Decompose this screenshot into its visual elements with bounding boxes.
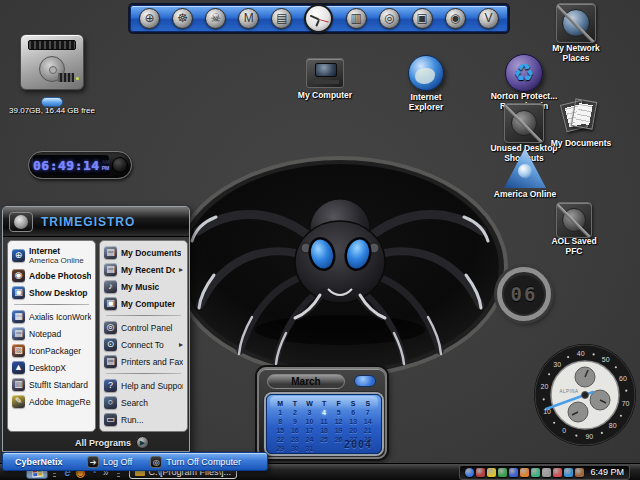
hand-icon[interactable]: V: [478, 8, 499, 29]
menu-item-my-computer[interactable]: ▣My Computer: [102, 295, 185, 312]
tray-icon-8[interactable]: [542, 468, 551, 477]
menu-item-search[interactable]: ○Search: [102, 394, 185, 411]
cd-icon[interactable]: ◉: [445, 8, 466, 29]
menu-item-text: IconPackager: [29, 346, 81, 356]
menu-item-iconpackager[interactable]: ▧IconPackager: [10, 342, 93, 359]
calendar-day[interactable]: 22: [273, 435, 288, 444]
menu-item-my-recent-docume[interactable]: ▤My Recent Docume...▸: [102, 261, 185, 278]
menu-item-adobe-photoshop-7-0[interactable]: ◉Adobe Photoshop 7.0: [10, 267, 93, 284]
folder-icon[interactable]: ▤: [271, 8, 292, 29]
menu-item-show-desktop[interactable]: ▣Show Desktop: [10, 284, 93, 301]
help-icon: ?: [104, 379, 117, 392]
turn-off-computer-button[interactable]: ◎ Turn Off Computer: [150, 456, 241, 468]
calendar-day[interactable]: 15: [273, 426, 288, 435]
tray-icon-1[interactable]: [465, 468, 474, 477]
calendar-day[interactable]: 17: [302, 426, 317, 435]
calendar-day[interactable]: 3: [302, 408, 317, 417]
tray-icon-11[interactable]: [575, 468, 584, 477]
tray-icon-9[interactable]: [553, 468, 562, 477]
calendar-day[interactable]: 19: [331, 426, 346, 435]
calendar-day[interactable]: 4: [317, 408, 332, 417]
desktop[interactable]: ⊕☸☠M▤▥◎▣◉V 39.07GB, 16.44 GB free My Com…: [0, 0, 640, 480]
calendar-day[interactable]: 2: [288, 408, 303, 417]
calendar-day[interactable]: 9: [288, 417, 303, 426]
desktopx-icon: ▲: [12, 361, 25, 374]
menu-item-text: Axialis IconWorkshop 5.0: [29, 312, 91, 322]
my-computer-icon: ▣: [104, 297, 117, 310]
tray-icon-4[interactable]: [498, 468, 507, 477]
tray-clock[interactable]: 6:49 PM: [590, 467, 624, 477]
calendar-day[interactable]: 12: [331, 417, 346, 426]
tray-icon-5[interactable]: [509, 468, 518, 477]
menu-item-internet[interactable]: ⊕InternetAmerica Online: [10, 244, 93, 267]
calendar-led[interactable]: [354, 375, 376, 387]
calendar-day[interactable]: 1: [273, 408, 288, 417]
menu-item-printers-and-faxes[interactable]: ▤Printers and Faxes: [102, 353, 185, 370]
menu-item-adobe-imageready-cs[interactable]: ✎Adobe ImageReady CS: [10, 393, 93, 410]
calendar-day[interactable]: 23: [288, 435, 303, 444]
menu-item-axialis-iconworkshop-5-0[interactable]: ▦Axialis IconWorkshop 5.0: [10, 308, 93, 325]
m-logo-icon[interactable]: M: [238, 8, 259, 29]
gears-icon[interactable]: ☸: [172, 8, 193, 29]
calendar-day[interactable]: 5: [331, 408, 346, 417]
calendar-widget[interactable]: March MTWTFSS123456789101112131415161718…: [257, 367, 387, 459]
menu-item-desktopx[interactable]: ▲DesktopX: [10, 359, 93, 376]
menu-item-label: Show Desktop: [29, 288, 88, 298]
globe-icon[interactable]: ⊕: [139, 8, 160, 29]
calendar-day[interactable]: 25: [317, 435, 332, 444]
menu-item-stuffit-standard[interactable]: ▥StuffIt Standard: [10, 376, 93, 393]
calendar-day[interactable]: 20: [346, 426, 361, 435]
menu-item-run[interactable]: ▭Run...: [102, 411, 185, 428]
calendar-day[interactable]: 24: [302, 435, 317, 444]
calendar-day[interactable]: 21: [360, 426, 375, 435]
globe-landmass: [415, 68, 435, 84]
menu-item-label: My Music: [121, 282, 159, 292]
tray-icon-7[interactable]: [531, 468, 540, 477]
calendar-day[interactable]: 11: [317, 417, 332, 426]
dock: ⊕☸☠M▤▥◎▣◉V: [130, 5, 508, 32]
digital-clock-widget[interactable]: 06:49:14 AM PM: [28, 151, 132, 179]
menu-item-my-music[interactable]: ♪My Music: [102, 278, 185, 295]
internet-explorer-globe-icon: [408, 55, 444, 91]
menu-item-sublabel: America Online: [29, 256, 84, 265]
tray-icon-6[interactable]: [520, 468, 529, 477]
aol-saved-pfc-label: AOL Saved PFC: [544, 237, 604, 256]
hard-drive-led: [76, 77, 79, 80]
log-off-button[interactable]: ➔ Log Off: [87, 456, 132, 468]
clock-knob[interactable]: [112, 157, 128, 173]
menu-item-connect-to[interactable]: ⊙Connect To▸: [102, 336, 185, 353]
picture-frame-icon[interactable]: ▣: [412, 8, 433, 29]
photoshop-icon: ◉: [12, 269, 25, 282]
calendar-day[interactable]: 6: [346, 408, 361, 417]
menu-item-text: DesktopX: [29, 363, 66, 373]
all-programs-button[interactable]: All Programs ▶: [3, 434, 189, 451]
menu-item-control-panel[interactable]: ◎Control Panel: [102, 319, 185, 336]
calendar-day[interactable]: 10: [302, 417, 317, 426]
system-tray: 6:49 PM: [459, 465, 630, 480]
dial-icon[interactable]: ◎: [379, 8, 400, 29]
counter-widget[interactable]: 06: [497, 267, 551, 321]
menu-item-my-documents[interactable]: ▤My Documents: [102, 244, 185, 261]
clock-icon[interactable]: [304, 4, 333, 33]
calendar-day[interactable]: 16: [288, 426, 303, 435]
lcd-screen: 06:49:14 AM PM: [33, 155, 109, 175]
menu-item-text: StuffIt Standard: [29, 380, 88, 390]
calendar-day[interactable]: 29: [273, 444, 288, 453]
start-menu-columns: ⊕InternetAmerica Online◉Adobe Photoshop …: [3, 237, 189, 434]
skull-icon[interactable]: ☠: [205, 8, 226, 29]
folder-gear-icon[interactable]: ▥: [346, 8, 367, 29]
tray-icon-2[interactable]: [476, 468, 485, 477]
menu-item-text: Notepad: [29, 329, 61, 339]
calendar-day[interactable]: 18: [317, 426, 332, 435]
calendar-day[interactable]: 30: [288, 444, 303, 453]
menu-item-help-and-support[interactable]: ?Help and Support: [102, 377, 185, 394]
calendar-day[interactable]: 8: [273, 417, 288, 426]
calendar-day[interactable]: 13: [346, 417, 361, 426]
tray-icon-10[interactable]: [564, 468, 573, 477]
calendar-day[interactable]: 31: [302, 444, 317, 453]
tray-icon-3[interactable]: [487, 468, 496, 477]
calendar-day[interactable]: 7: [360, 408, 375, 417]
menu-item-notepad[interactable]: ▤Notepad: [10, 325, 93, 342]
chronograph-widget[interactable]: ALPINA 0102030405060708090: [533, 343, 637, 447]
calendar-day[interactable]: 14: [360, 417, 375, 426]
